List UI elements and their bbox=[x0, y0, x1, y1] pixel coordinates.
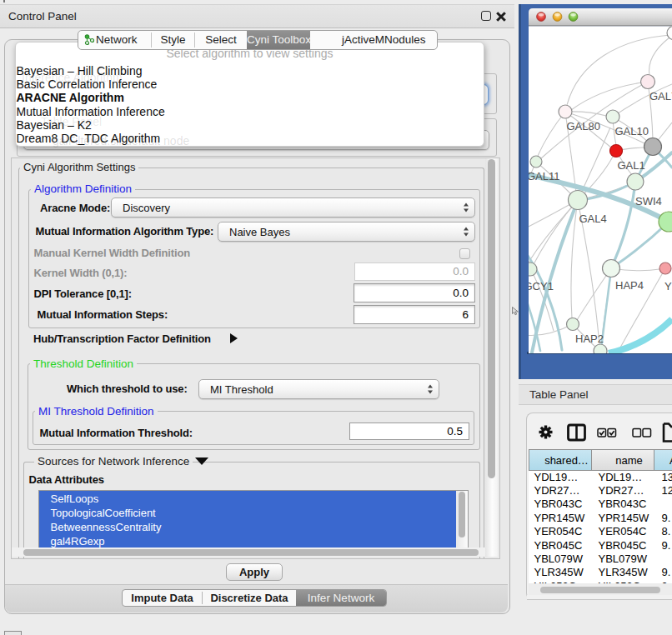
svg-text:GAL1: GAL1 bbox=[618, 159, 645, 172]
svg-text:GAL11: GAL11 bbox=[527, 170, 560, 182]
svg-text:GAL7: GAL7 bbox=[649, 90, 672, 102]
svg-text:GAL10: GAL10 bbox=[615, 125, 649, 138]
svg-text:GAL80: GAL80 bbox=[567, 120, 600, 132]
svg-text:HAP4: HAP4 bbox=[615, 279, 644, 292]
svg-text:HAP2: HAP2 bbox=[575, 332, 604, 345]
svg-text:GAL4: GAL4 bbox=[579, 212, 607, 225]
svg-text:YE: YE bbox=[664, 280, 672, 292]
svg-text:SWI4: SWI4 bbox=[635, 195, 662, 208]
